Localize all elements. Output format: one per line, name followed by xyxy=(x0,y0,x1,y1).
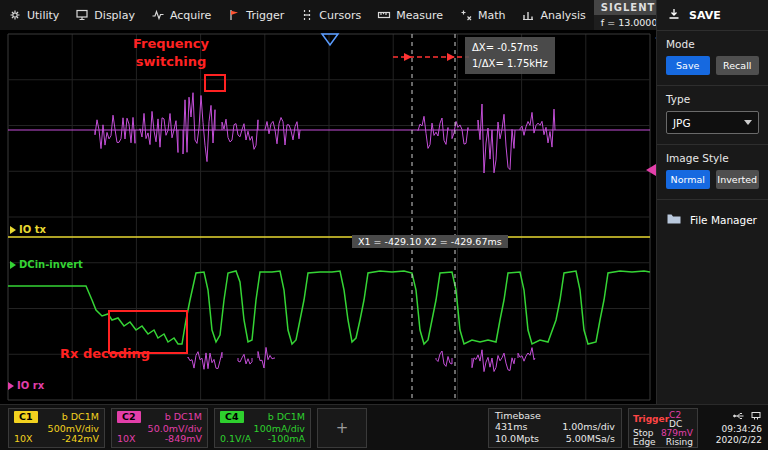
normal-style-button[interactable]: Normal xyxy=(666,170,710,189)
menu-item-label: Math xyxy=(478,9,506,22)
channel-probe: 10X xyxy=(117,434,136,444)
bar-chart-icon xyxy=(521,8,535,22)
add-channel-button[interactable]: + xyxy=(317,408,367,448)
lan-icon xyxy=(750,411,762,423)
c2-trace-label[interactable]: IO rx xyxy=(8,380,44,391)
channel-c4-box[interactable]: C4b DC1M 100mA/div 0.1V/A-100mA xyxy=(214,408,311,448)
timebase-scale: 1.00ms/div xyxy=(562,422,615,432)
save-mode-button[interactable]: Save xyxy=(666,56,710,75)
chevron-down-icon xyxy=(744,120,752,125)
file-manager-item[interactable]: File Manager xyxy=(657,199,768,239)
cursor-delta-arrow-left xyxy=(404,53,412,61)
sample-rate: 5.00MSa/s xyxy=(566,434,615,444)
trace-label-text: DCin-invert xyxy=(19,259,83,270)
save-panel-title: SAVE xyxy=(689,9,721,22)
type-section: Type JPG xyxy=(657,85,768,144)
menu-item-label: Analysis xyxy=(540,9,585,22)
math-icon xyxy=(459,8,473,22)
channel-badge: C2 xyxy=(117,411,141,423)
channel-c2-box[interactable]: C2b DC1M 50.0mV/div 10X-849mV xyxy=(111,408,208,448)
display-icon xyxy=(75,8,89,22)
channel-badge: C1 xyxy=(14,411,38,423)
ruler-icon xyxy=(377,8,391,22)
menu-item-trigger[interactable]: Trigger xyxy=(219,0,292,30)
cursor-delta-readout: ΔX= -0.57ms 1/ΔX= 1.75kHz xyxy=(465,37,555,74)
menu-item-label: Display xyxy=(94,9,135,22)
type-label: Type xyxy=(666,93,759,105)
menu-item-analysis[interactable]: Analysis xyxy=(513,0,593,30)
c2-offset-arrow[interactable] xyxy=(646,164,656,176)
annotation-rx-decoding: Rx decoding xyxy=(60,346,150,361)
channel-coupling: b DC1M xyxy=(268,412,305,422)
usb-icon xyxy=(733,411,745,423)
system-date: 2020/2/22 xyxy=(716,435,762,445)
c4-trace-label[interactable]: DCin-invert xyxy=(10,259,83,270)
channel-offset: -849mV xyxy=(165,434,202,444)
trigger-coupling: DC xyxy=(669,419,682,429)
timebase-points: 10.0Mpts xyxy=(495,434,539,444)
channel-c1-box[interactable]: C1b DC1M 500mV/div 10X-242mV xyxy=(8,408,105,448)
save-panel: SAVE Mode Save Recall Type JPG Image Sty… xyxy=(656,0,768,404)
channel-coupling: b DC1M xyxy=(62,412,99,422)
trace-marker-icon xyxy=(10,261,16,269)
menu-item-label: Cursors xyxy=(319,9,361,22)
trace-marker-icon xyxy=(10,226,16,234)
c1-trace-label[interactable]: IO tx xyxy=(10,224,46,235)
recall-mode-button[interactable]: Recall xyxy=(716,56,760,75)
trace-marker-icon xyxy=(8,382,14,390)
channel-scale: 500mV/div xyxy=(48,424,99,434)
channel-coupling: b DC1M xyxy=(165,412,202,422)
cursor-delta-arrow-right xyxy=(447,53,455,61)
trigger-type: Edge xyxy=(633,438,656,447)
cursors-icon xyxy=(300,8,314,22)
gear-icon xyxy=(8,8,22,22)
inverse-delta-x-value: 1/ΔX= 1.75kHz xyxy=(472,56,548,72)
menu-item-label: Acquire xyxy=(170,9,211,22)
annotation-frequency-switching: Frequency switching xyxy=(118,35,224,70)
clock-box: 09:34:26 2020/2/22 xyxy=(704,411,764,445)
cursor-x1x2-readout: X1 = -429.10 X2 = -429.67ms xyxy=(352,235,508,248)
trace-label-text: IO tx xyxy=(19,224,46,235)
timebase-label: Timebase xyxy=(495,411,541,421)
inverted-style-button[interactable]: Inverted xyxy=(716,170,760,189)
menu-bar: Utility Display Acquire Trigger Cursors … xyxy=(0,0,656,30)
flag-icon xyxy=(227,8,241,22)
c2-waveform-lower xyxy=(188,347,535,371)
siglent-logo: SIGLENT xyxy=(601,2,656,13)
mode-section: Mode Save Recall xyxy=(657,30,768,85)
mode-label: Mode xyxy=(666,38,759,50)
channel-offset: -242mV xyxy=(62,434,99,444)
timebase-delay: 431ms xyxy=(495,422,527,432)
trigger-box[interactable]: TriggerC2 DC Stop879mV EdgeRising xyxy=(628,408,698,448)
menu-item-display[interactable]: Display xyxy=(67,0,143,30)
trigger-position-marker[interactable] xyxy=(322,34,338,45)
waveform-display: IO tx DCin-invert IO rx Frequency switch… xyxy=(0,30,656,404)
annotation-small-box xyxy=(204,74,226,92)
channel-probe: 10X xyxy=(14,434,33,444)
channel-badge: C4 xyxy=(220,411,244,423)
menu-item-utility[interactable]: Utility xyxy=(0,0,67,30)
trigger-label: Trigger xyxy=(633,415,669,424)
file-type-dropdown[interactable]: JPG xyxy=(666,111,759,134)
trigger-slope: Rising xyxy=(666,438,693,447)
delta-x-value: ΔX= -0.57ms xyxy=(472,40,548,56)
folder-icon xyxy=(666,212,682,227)
menu-item-measure[interactable]: Measure xyxy=(369,0,451,30)
system-time: 09:34:26 xyxy=(722,424,762,434)
waveform-icon xyxy=(151,8,165,22)
image-style-label: Image Style xyxy=(666,152,759,164)
trace-label-text: IO rx xyxy=(17,380,44,391)
timebase-box[interactable]: Timebase 431ms1.00ms/div 10.0Mpts5.00MSa… xyxy=(488,408,622,448)
channel-offset: -100mA xyxy=(268,434,305,444)
menu-item-math[interactable]: Math xyxy=(451,0,514,30)
file-manager-label: File Manager xyxy=(690,214,757,226)
status-bar: C1b DC1M 500mV/div 10X-242mV C2b DC1M 50… xyxy=(0,404,768,450)
menu-item-acquire[interactable]: Acquire xyxy=(143,0,219,30)
menu-item-cursors[interactable]: Cursors xyxy=(292,0,369,30)
save-panel-header: SAVE xyxy=(657,0,768,30)
channel-probe: 0.1V/A xyxy=(220,434,251,444)
menu-item-label: Trigger xyxy=(246,9,284,22)
menu-item-label: Measure xyxy=(396,9,443,22)
menu-item-label: Utility xyxy=(27,9,59,22)
channel-scale: 100mA/div xyxy=(254,424,305,434)
